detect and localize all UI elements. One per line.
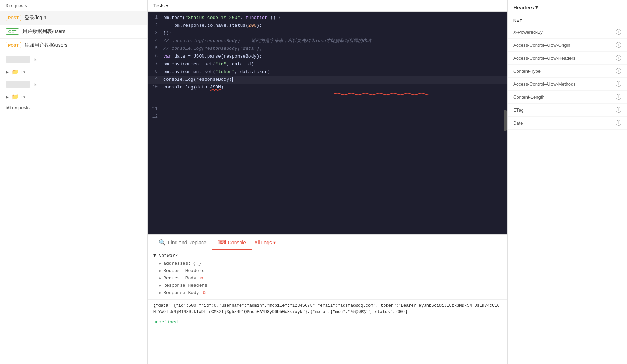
network-item-res-body[interactable]: ▶ Response Body ⧉ bbox=[153, 289, 502, 297]
line-content-8: pm.environment.set("token", data.token) bbox=[163, 68, 507, 76]
expand-icon-req-headers: ▶ bbox=[159, 268, 161, 273]
line-num-10: 10 bbox=[148, 84, 163, 90]
undefined-output: undefined bbox=[148, 318, 507, 326]
header-key-x-powered-by: X-Powered-By bbox=[513, 29, 543, 35]
info-icon-content-type[interactable]: i bbox=[616, 68, 621, 74]
sidebar-group-1[interactable]: ▶ 📁 ts bbox=[0, 66, 147, 77]
network-item-req-headers[interactable]: ▶ Request Headers bbox=[153, 267, 502, 274]
code-line-2: 2 pm.response.to.have.status(200); bbox=[148, 22, 507, 30]
header-item-access-allow-origin: Access-Control-Allow-Origin i bbox=[508, 39, 627, 52]
bottom-panel: 🔍 Find and Replace ⌨ Console All Logs ▾ … bbox=[148, 234, 507, 364]
blurred-thumbnail-1 bbox=[6, 56, 30, 63]
blurred-thumbnail-2 bbox=[6, 81, 30, 88]
line-content-3: }); bbox=[163, 30, 507, 37]
request-name-users-post: 添加用户数据/users bbox=[25, 42, 67, 48]
line-num-7: 7 bbox=[148, 61, 163, 66]
editor-toolbar: Tests ▾ bbox=[148, 0, 507, 12]
method-get-badge: GET bbox=[6, 28, 19, 35]
output-section: {"data":{"id":500,"rid":0,"username":"ad… bbox=[148, 299, 507, 318]
info-icon-access-allow-methods[interactable]: i bbox=[616, 81, 621, 87]
header-key-access-allow-methods: Access-Control-Allow-Methods bbox=[513, 81, 576, 87]
chevron-down-icon-headers: ▾ bbox=[535, 4, 538, 11]
info-icon-access-allow-origin[interactable]: i bbox=[616, 42, 621, 48]
headers-panel: Headers ▾ KEY X-Powered-By i Access-Cont… bbox=[508, 0, 627, 364]
res-headers-label: Response Headers bbox=[163, 283, 207, 288]
folder-icon-2: 📁 bbox=[12, 93, 19, 100]
search-icon: 🔍 bbox=[159, 239, 166, 246]
chevron-right-icon-1: ▶ bbox=[6, 70, 9, 74]
tab-find-replace[interactable]: 🔍 Find and Replace bbox=[153, 235, 212, 250]
bottom-count: 56 requests bbox=[0, 102, 147, 113]
line-content-9: console.log(responseBody) bbox=[163, 76, 507, 84]
blurred-item-2: ts bbox=[0, 77, 147, 91]
line-num-9: 9 bbox=[148, 76, 163, 82]
network-item-res-headers[interactable]: ▶ Response Headers bbox=[153, 282, 502, 289]
scrollbar-handle[interactable] bbox=[504, 110, 507, 131]
all-logs-dropdown[interactable]: All Logs ▾ bbox=[252, 236, 279, 250]
header-key-content-type: Content-Type bbox=[513, 68, 541, 74]
expand-icon-res-headers: ▶ bbox=[159, 283, 161, 288]
group-label-2: ts bbox=[21, 94, 25, 99]
network-item-req-body[interactable]: ▶ Request Body ⧉ bbox=[153, 274, 502, 282]
expand-icon-addresses: ▶ bbox=[159, 261, 161, 266]
blurred-item-1: ts bbox=[0, 52, 147, 66]
request-item-users-post[interactable]: POST 添加用户数据/users bbox=[0, 39, 147, 52]
line-num-1: 1 bbox=[148, 14, 163, 20]
network-label: ▼ Network bbox=[153, 253, 502, 258]
line-num-11: 11 bbox=[148, 106, 163, 111]
blurred-label-2: ts bbox=[34, 82, 37, 87]
req-body-label: Request Body bbox=[163, 276, 196, 281]
code-line-5: 5 // console.log(responseBody["data"]) bbox=[148, 45, 507, 53]
info-icon-content-length[interactable]: i bbox=[616, 94, 621, 100]
code-line-6: 6 var data = JSON.parse(responseBody); bbox=[148, 53, 507, 61]
line-num-8: 8 bbox=[148, 68, 163, 74]
code-line-7: 7 pm.environment.set("id", data.id) bbox=[148, 61, 507, 68]
code-line-12: 12 bbox=[148, 113, 507, 121]
chevron-down-icon-logs: ▾ bbox=[273, 240, 276, 245]
method-post-badge-2: POST bbox=[6, 42, 21, 48]
tab-console[interactable]: ⌨ Console bbox=[212, 235, 252, 250]
line-num-3: 3 bbox=[148, 30, 163, 35]
res-body-label: Response Body bbox=[163, 290, 199, 296]
console-content: ▼ Network ▶ addresses: {…} ▶ Request Hea… bbox=[148, 250, 507, 364]
info-icon-access-allow-headers[interactable]: i bbox=[616, 55, 621, 61]
line-num-2: 2 bbox=[148, 22, 163, 28]
code-editor[interactable]: 1 pm.test("Status code is 200", function… bbox=[148, 12, 507, 234]
request-name-login: 登录/login bbox=[25, 15, 46, 21]
header-key-access-allow-headers: Access-Control-Allow-Headers bbox=[513, 55, 575, 61]
group-label-1: ts bbox=[21, 69, 25, 74]
line-content-4: // console.log(responseBody) 返回的是字符串，所以要… bbox=[163, 38, 507, 45]
header-item-access-allow-headers: Access-Control-Allow-Headers i bbox=[508, 52, 627, 65]
code-line-4: 4 // console.log(responseBody) 返回的是字符串，所… bbox=[148, 38, 507, 45]
headers-title: Headers ▾ bbox=[508, 0, 627, 15]
tab-find-replace-label: Find and Replace bbox=[168, 240, 207, 245]
info-icon-date[interactable]: i bbox=[616, 120, 621, 126]
code-line-3: 3 }); bbox=[148, 30, 507, 38]
line-num-12: 12 bbox=[148, 113, 163, 119]
external-link-icon-req[interactable]: ⧉ bbox=[200, 276, 203, 281]
info-icon-x-powered-by[interactable]: i bbox=[616, 29, 621, 35]
line-content-5: // console.log(responseBody["data"]) bbox=[163, 45, 507, 53]
sidebar: 3 requests POST 登录/login GET 用户数据列表/user… bbox=[0, 0, 148, 364]
sidebar-group-2[interactable]: ▶ 📁 ts bbox=[0, 91, 147, 102]
code-line-9: 9 console.log(responseBody) bbox=[148, 76, 507, 84]
header-item-content-type: Content-Type i bbox=[508, 65, 627, 78]
request-item-users-get[interactable]: GET 用户数据列表/users bbox=[0, 25, 147, 39]
info-icon-etag[interactable]: i bbox=[616, 107, 621, 113]
header-item-x-powered-by: X-Powered-By i bbox=[508, 26, 627, 39]
request-item-login[interactable]: POST 登录/login bbox=[0, 11, 147, 25]
method-post-badge: POST bbox=[6, 15, 21, 21]
network-section: ▼ Network ▶ addresses: {…} ▶ Request Hea… bbox=[148, 250, 507, 299]
line-num-4: 4 bbox=[148, 38, 163, 43]
line-num-6: 6 bbox=[148, 53, 163, 59]
external-link-icon-res[interactable]: ⧉ bbox=[203, 291, 206, 296]
tests-tab-button[interactable]: Tests ▾ bbox=[153, 3, 168, 8]
output-text: {"data":{"id":500,"rid":0,"username":"ad… bbox=[153, 303, 502, 315]
line-num-5: 5 bbox=[148, 45, 163, 51]
undefined-label: undefined bbox=[153, 319, 178, 325]
editor-panel: Tests ▾ 1 pm.test("Status code is 200", … bbox=[148, 0, 508, 364]
network-item-addresses[interactable]: ▶ addresses: {…} bbox=[153, 260, 502, 267]
main-content: 3 requests POST 登录/login GET 用户数据列表/user… bbox=[0, 0, 627, 364]
headers-col-key: KEY bbox=[508, 15, 627, 26]
line-content-1: pm.test("Status code is 200", function (… bbox=[163, 14, 507, 22]
